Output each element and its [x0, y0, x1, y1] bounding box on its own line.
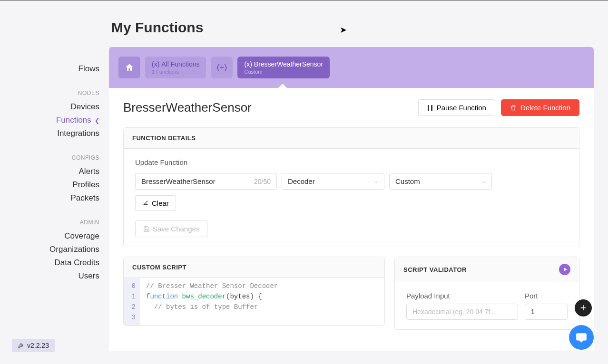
- function-name-heading: BresserWeatherSensor: [123, 100, 252, 115]
- tabs-bar: (x) All Functions 1 Functions (+) (x) Br…: [109, 47, 594, 88]
- nav-datacredits[interactable]: Data Credits: [55, 256, 99, 269]
- chevron-left-icon: ❮: [93, 117, 99, 124]
- add-fab-button[interactable]: +: [575, 299, 592, 316]
- payload-label: Payload Input: [406, 292, 518, 300]
- nav-devices[interactable]: Devices: [71, 100, 99, 114]
- payload-input[interactable]: [406, 304, 518, 320]
- tab-add[interactable]: (+): [211, 57, 233, 78]
- code-editor[interactable]: 0 1 2 3 // Bresser Weather Sensor Decode…: [124, 278, 384, 326]
- line-gutter: 0 1 2 3: [124, 278, 140, 326]
- function-details-card: FUNCTION DETAILS Update Function Bresser…: [123, 127, 579, 247]
- tab-home[interactable]: [118, 57, 140, 78]
- card-title-details: FUNCTION DETAILS: [124, 128, 579, 149]
- nav-functions[interactable]: Functions ❮: [56, 114, 99, 127]
- save-icon: [143, 226, 150, 232]
- chat-icon: [575, 331, 588, 344]
- page-title: My Functions: [111, 19, 608, 36]
- chevron-down-icon: ⌄: [374, 178, 378, 184]
- fx-icon: (x): [244, 60, 252, 68]
- type-select[interactable]: Decoder ⌄: [282, 173, 384, 190]
- tab-all-functions[interactable]: (x) All Functions 1 Functions: [145, 57, 206, 78]
- main-content: My Functions (x) All Functions 1 Functio…: [109, 0, 608, 364]
- clear-button[interactable]: Clear: [135, 195, 176, 211]
- custom-script-card: CUSTOM SCRIPT 0 1 2 3 // Bresser Weather…: [123, 257, 385, 326]
- nav-users[interactable]: Users: [78, 269, 99, 283]
- format-select[interactable]: Custom ⌄: [389, 173, 492, 190]
- nav-section-admin: ADMIN: [80, 219, 99, 226]
- tab-current-function[interactable]: (x) BresserWeatherSensor Custom: [237, 57, 330, 78]
- script-validator-card: SCRIPT VALIDATOR Payload Input: [394, 257, 579, 330]
- svg-rect-0: [428, 105, 429, 111]
- trash-icon: [510, 105, 517, 111]
- port-input[interactable]: [525, 304, 568, 320]
- svg-rect-1: [431, 105, 432, 111]
- nav-packets[interactable]: Packets: [71, 192, 99, 205]
- chat-widget-button[interactable]: [569, 325, 594, 350]
- sidebar: Flows NODES Devices Functions ❮ Integrat…: [0, 0, 109, 364]
- card-title-validator: SCRIPT VALIDATOR: [403, 266, 467, 273]
- run-validator-button[interactable]: [559, 264, 570, 275]
- version-badge: v2.2.23: [12, 339, 55, 352]
- save-changes-button[interactable]: Save Changes: [135, 220, 207, 237]
- home-icon: [125, 63, 134, 72]
- function-name-input[interactable]: BresserWeatherSensor 20/50: [135, 173, 277, 190]
- nav-section-configs: CONFIGS: [72, 154, 99, 161]
- nav-organizations[interactable]: Organizations: [49, 243, 99, 256]
- nav-alerts[interactable]: Alerts: [79, 165, 99, 178]
- fx-icon: (x): [152, 60, 159, 68]
- port-label: Port: [525, 292, 568, 300]
- chevron-down-icon: ⌄: [481, 178, 486, 184]
- char-counter: 20/50: [254, 178, 271, 185]
- broom-icon: [142, 200, 149, 207]
- card-title-script: CUSTOM SCRIPT: [124, 257, 384, 278]
- pause-icon: [427, 105, 433, 111]
- nav-profiles[interactable]: Profiles: [72, 178, 99, 192]
- delete-function-button[interactable]: Delete Function: [501, 99, 579, 116]
- pause-function-button[interactable]: Pause Function: [418, 99, 495, 116]
- nav-coverage[interactable]: Coverage: [64, 230, 99, 243]
- update-function-label: Update Function: [135, 158, 568, 166]
- nav-flows[interactable]: Flows: [78, 62, 99, 76]
- wrench-icon: [18, 342, 24, 349]
- nav-section-nodes: NODES: [78, 90, 99, 96]
- nav-integrations[interactable]: Integrations: [57, 127, 99, 140]
